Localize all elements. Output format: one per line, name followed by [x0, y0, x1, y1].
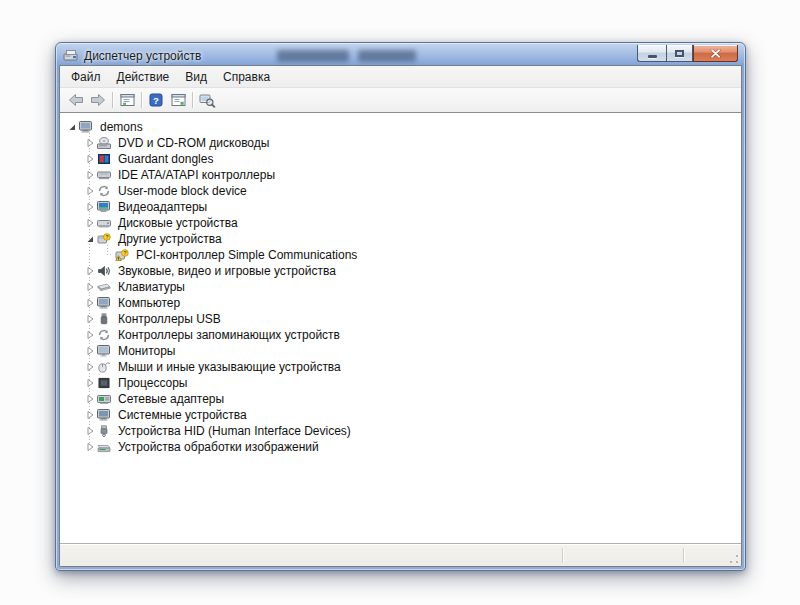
status-bar	[60, 544, 741, 566]
tree-item[interactable]: Мыши и иные указывающие устройства	[60, 359, 741, 375]
caption-buttons	[637, 45, 738, 62]
console-tree-button[interactable]	[116, 90, 138, 110]
expander-collapsed-icon[interactable]	[84, 425, 96, 437]
close-button[interactable]	[693, 45, 738, 62]
unknown-device-warning-icon: ?	[114, 249, 130, 261]
expander-collapsed-icon[interactable]	[84, 265, 96, 277]
expander-collapsed-icon[interactable]	[84, 281, 96, 293]
expander-collapsed-icon[interactable]	[84, 153, 96, 165]
expander-collapsed-icon[interactable]	[84, 169, 96, 181]
blurred-watermark	[277, 50, 419, 62]
scan-hardware-button[interactable]	[196, 90, 218, 110]
tree-item[interactable]: Системные устройства	[60, 407, 741, 423]
device-tree-panel: demonsDVD и CD-ROM дисководыGuardant don…	[60, 112, 741, 544]
tree-item[interactable]: Устройства HID (Human Interface Devices)	[60, 423, 741, 439]
tree-item[interactable]: IDE ATA/ATAPI контроллеры	[60, 167, 741, 183]
processor-icon	[96, 377, 112, 389]
tree-item-label: Дисковые устройства	[116, 216, 240, 230]
audio-device-icon	[96, 265, 112, 277]
hid-device-icon	[96, 425, 112, 437]
expander-expanded-icon[interactable]	[66, 121, 78, 133]
tree-item-label: Звуковые, видео и игровые устройства	[116, 264, 338, 278]
svg-text:?: ?	[153, 95, 159, 106]
forward-arrow-icon	[90, 93, 106, 107]
tree-item[interactable]: demons	[60, 119, 741, 135]
resize-grip[interactable]	[729, 554, 739, 564]
expander-collapsed-icon[interactable]	[84, 201, 96, 213]
minimize-icon	[648, 55, 657, 58]
expander-collapsed-icon[interactable]	[84, 185, 96, 197]
tree-item-label: demons	[98, 120, 145, 134]
tree-item[interactable]: ?Другие устройства	[60, 231, 741, 247]
back-arrow-button[interactable]	[65, 90, 87, 110]
dvd-drive-icon	[96, 137, 112, 149]
expander-collapsed-icon[interactable]	[84, 441, 96, 453]
window-client-area: ФайлДействиеВидСправка ? demonsDVD и CD-…	[59, 65, 742, 567]
device-manager-app-icon	[63, 49, 79, 63]
computer-icon	[96, 297, 112, 309]
tree-item[interactable]: Процессоры	[60, 375, 741, 391]
tree-item[interactable]: Контроллеры запоминающих устройств	[60, 327, 741, 343]
tree-item[interactable]: ?PCI-контроллер Simple Communications	[60, 247, 741, 263]
expander-collapsed-icon[interactable]	[84, 377, 96, 389]
network-adapter-icon	[96, 393, 112, 405]
expander-collapsed-icon[interactable]	[84, 409, 96, 421]
dongle-icon	[96, 153, 112, 165]
tree-item-label: Другие устройства	[116, 232, 224, 246]
tree-item-label: Устройства обработки изображений	[116, 440, 321, 454]
tree-item-label: Контроллеры запоминающих устройств	[116, 328, 342, 342]
menu-item-help[interactable]: Справка	[215, 67, 278, 87]
action-pane-button[interactable]	[167, 90, 189, 110]
tree-item[interactable]: Видеоадаптеры	[60, 199, 741, 215]
expander-collapsed-icon[interactable]	[84, 329, 96, 341]
title-bar[interactable]: Диспетчер устройств	[59, 46, 742, 65]
usb-controller-icon	[96, 313, 112, 325]
tree-item-label: Системные устройства	[116, 408, 249, 422]
menu-item-view[interactable]: Вид	[177, 67, 215, 87]
expander-collapsed-icon[interactable]	[84, 361, 96, 373]
help-button[interactable]: ?	[145, 90, 167, 110]
expander-collapsed-icon[interactable]	[84, 297, 96, 309]
tree-item[interactable]: Компьютер	[60, 295, 741, 311]
tree-item[interactable]: Дисковые устройства	[60, 215, 741, 231]
statusbar-separator	[683, 548, 684, 563]
tree-spacer	[102, 249, 114, 261]
tree-item[interactable]: User-mode block device	[60, 183, 741, 199]
tree-item-label: Процессоры	[116, 376, 190, 390]
expander-collapsed-icon[interactable]	[84, 137, 96, 149]
toolbar-separator	[192, 92, 193, 108]
tree-item[interactable]: Клавиатуры	[60, 279, 741, 295]
statusbar-separator	[562, 548, 563, 563]
expander-collapsed-icon[interactable]	[84, 345, 96, 357]
expander-collapsed-icon[interactable]	[84, 217, 96, 229]
tree-item[interactable]: Звуковые, видео и игровые устройства	[60, 263, 741, 279]
tree-item-label: Мониторы	[116, 344, 177, 358]
maximize-button[interactable]	[666, 45, 693, 62]
action-pane-icon	[171, 93, 186, 107]
tree-item-label: Видеоадаптеры	[116, 200, 209, 214]
tree-item[interactable]: Устройства обработки изображений	[60, 439, 741, 455]
tree-item-label: Мыши и иные указывающие устройства	[116, 360, 343, 374]
expander-collapsed-icon[interactable]	[84, 313, 96, 325]
menu-item-action[interactable]: Действие	[109, 67, 178, 87]
tree-item[interactable]: DVD и CD-ROM дисководы	[60, 135, 741, 151]
system-device-icon	[96, 409, 112, 421]
maximize-icon	[675, 50, 684, 57]
expander-expanded-icon[interactable]	[84, 233, 96, 245]
tree-item-label: Клавиатуры	[116, 280, 187, 294]
minimize-button[interactable]	[637, 45, 666, 62]
tree-item-label: Сетевые адаптеры	[116, 392, 226, 406]
tree-item[interactable]: Сетевые адаптеры	[60, 391, 741, 407]
tree-item[interactable]: Мониторы	[60, 343, 741, 359]
disk-drive-icon	[96, 217, 112, 229]
tree-item[interactable]: Контроллеры USB	[60, 311, 741, 327]
back-arrow-icon	[68, 93, 84, 107]
tree-item-label: PCI-контроллер Simple Communications	[134, 248, 359, 262]
window-title: Диспетчер устройств	[84, 49, 201, 63]
tree-item[interactable]: Guardant dongles	[60, 151, 741, 167]
forward-arrow-button[interactable]	[87, 90, 109, 110]
imaging-device-icon	[96, 441, 112, 453]
tree-item-label: DVD и CD-ROM дисководы	[116, 136, 271, 150]
expander-collapsed-icon[interactable]	[84, 393, 96, 405]
menu-item-file[interactable]: Файл	[63, 67, 109, 87]
